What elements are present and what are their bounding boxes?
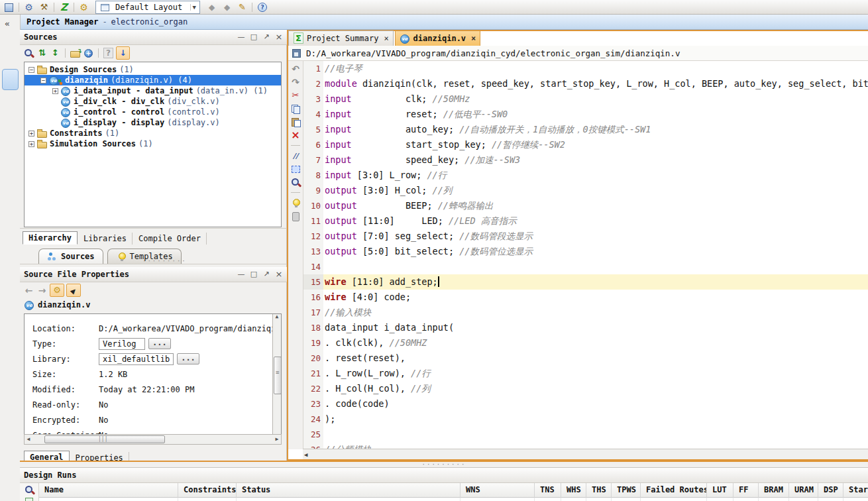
code-line[interactable]: 17//输入模块 xyxy=(303,305,868,320)
code-line[interactable]: 20. reset(reset), xyxy=(303,351,868,366)
property-input[interactable]: xil_defaultlib xyxy=(99,353,174,365)
tree-item[interactable]: +Simulation Sources (1) xyxy=(25,139,281,149)
column-header-tpws[interactable]: TPWS xyxy=(612,483,641,498)
scroll-left-icon[interactable]: ◀ xyxy=(304,451,307,458)
tree-item[interactable]: i_control - control (control.v) xyxy=(25,107,281,117)
expand-all-icon[interactable] xyxy=(50,48,61,58)
close-tab-icon[interactable]: × xyxy=(471,34,476,43)
code-line[interactable]: 8input [3:0] L_row; //行 xyxy=(303,168,868,183)
editor-tab-dianziqin-v[interactable]: dianziqin.v× xyxy=(395,30,481,46)
cut-icon[interactable] xyxy=(290,90,301,101)
plus-expander-icon[interactable]: + xyxy=(52,88,58,94)
app-window-icon[interactable] xyxy=(3,2,15,13)
more-button[interactable]: ... xyxy=(177,353,199,364)
code-line[interactable]: 15wire [11:0] add_step; xyxy=(303,274,868,290)
scrollbar-thumb[interactable] xyxy=(274,357,282,394)
collapse-panel-chevron-icon[interactable]: « xyxy=(5,19,10,28)
feedback-icon[interactable] xyxy=(256,2,268,13)
maximize-icon[interactable] xyxy=(250,270,258,278)
column-header-uram[interactable]: URAM xyxy=(789,483,818,498)
float-icon[interactable] xyxy=(262,270,270,278)
vertical-scrollbar[interactable]: ▲ ▼ xyxy=(272,313,282,441)
close-icon[interactable] xyxy=(275,33,283,41)
forward-icon[interactable] xyxy=(36,285,48,296)
code-line[interactable]: 7input speed_key; //加速--SW3 xyxy=(303,152,868,168)
checkbox-icon[interactable] xyxy=(25,498,33,501)
maximize-icon[interactable] xyxy=(250,33,258,41)
column-header-lut[interactable]: LUT xyxy=(707,483,733,498)
bulb-icon[interactable] xyxy=(290,197,301,208)
column-header-tns[interactable]: TNS xyxy=(535,483,561,498)
tree-item[interactable]: +i_data_input - data_input (data_in.v) (… xyxy=(25,85,281,96)
redo-icon[interactable] xyxy=(290,77,301,87)
tree-item[interactable]: −dianziqin (dianziqin.v) (4) xyxy=(25,75,281,85)
column-header-start[interactable]: Start xyxy=(843,483,868,498)
column-header-name[interactable]: Name xyxy=(39,483,178,498)
code-line[interactable]: 12output [7:0] seg_select; //数码管段选显示 xyxy=(303,229,868,244)
tree-item[interactable]: +Constraints (1) xyxy=(25,128,281,139)
add-sources-icon[interactable] xyxy=(83,48,94,58)
gear-blue-icon[interactable] xyxy=(23,2,34,13)
scroll-up-icon[interactable]: ▲ xyxy=(274,313,280,320)
undo-icon[interactable] xyxy=(290,64,301,74)
code-line[interactable]: 6input start_stop_key; //暂停继续--SW2 xyxy=(303,137,868,152)
collapse-all-icon[interactable] xyxy=(36,48,48,58)
panel-splitter-handle[interactable]: ········· xyxy=(142,258,187,264)
pin-icon[interactable] xyxy=(206,2,217,13)
open-folder-icon[interactable] xyxy=(70,48,81,58)
minimize-icon[interactable] xyxy=(237,270,245,278)
column-header-ff[interactable]: FF xyxy=(733,483,759,498)
tab-sources[interactable]: Sources xyxy=(38,249,103,264)
code-line[interactable]: 14 xyxy=(303,259,868,274)
scroll-left-icon[interactable]: ◀ xyxy=(25,436,32,443)
delete-icon[interactable] xyxy=(290,130,301,140)
code-line[interactable]: 22. H_col(H_col), //列 xyxy=(303,381,868,396)
scroll-right-icon[interactable]: ▶ xyxy=(274,436,280,443)
code-line[interactable]: 9output [3:0] H_col; //列 xyxy=(303,183,868,198)
layout-select[interactable]: Default Layout ▼ xyxy=(95,1,200,14)
tab-hierarchy[interactable]: Hierarchy xyxy=(23,231,78,245)
code-line[interactable]: 16wire [4:0] code; xyxy=(303,290,868,305)
column-header-whs[interactable]: WHS xyxy=(561,483,586,498)
close-tab-icon[interactable]: × xyxy=(384,34,388,43)
horizontal-scrollbar[interactable]: ◀ ▶ xyxy=(24,434,282,445)
search-icon[interactable] xyxy=(23,48,34,58)
chevron-down-icon[interactable]: ▼ xyxy=(190,4,198,11)
close-icon[interactable] xyxy=(275,270,283,278)
properties-icon[interactable] xyxy=(50,284,64,297)
column-header-ths[interactable]: THS xyxy=(586,483,612,498)
column-header-wns[interactable]: WNS xyxy=(461,483,535,498)
editor-tab-project-summary[interactable]: Project Summary× xyxy=(288,30,394,46)
paste-icon[interactable] xyxy=(290,117,301,127)
code-line[interactable]: 11output [11:0] LED; //LED 高音指示 xyxy=(303,213,868,229)
tree-item[interactable]: i_display - display (display.v) xyxy=(25,117,281,128)
wrench-icon[interactable] xyxy=(38,2,50,13)
code-line[interactable]: 13output [5:0] bit_select; //数码管位选显示 xyxy=(303,244,868,259)
code-line[interactable]: 24); xyxy=(303,412,868,427)
code-line[interactable]: 1//电子琴 xyxy=(303,61,868,76)
code-line[interactable]: 18data_input i_data_input( xyxy=(303,320,868,335)
collapsed-panel-tab[interactable] xyxy=(2,69,19,90)
more-button[interactable]: ... xyxy=(148,338,171,349)
plus-expander-icon[interactable]: + xyxy=(28,131,34,137)
tab-compile-order[interactable]: Compile Order xyxy=(133,233,207,245)
code-line[interactable]: 25 xyxy=(303,427,868,442)
column-header-constraints[interactable]: Constraints xyxy=(178,483,237,498)
tree-item[interactable]: i_div_clk - div_clk (div_clk.v) xyxy=(25,96,281,107)
editor-horizontal-scrollbar[interactable]: ◀ xyxy=(303,449,868,459)
column-header-dsp[interactable]: DSP xyxy=(818,483,843,498)
column-header-failed-routes[interactable]: Failed Routes xyxy=(641,483,707,498)
search-icon[interactable] xyxy=(24,484,35,495)
tcl-shell-icon[interactable] xyxy=(58,2,70,13)
code-line[interactable]: 21. L_row(L_row), //行 xyxy=(303,366,868,381)
column-header-status[interactable]: Status xyxy=(237,483,461,498)
help-icon[interactable] xyxy=(103,48,114,58)
task-icon[interactable] xyxy=(290,211,301,221)
float-icon[interactable] xyxy=(262,33,270,41)
scrollbar-thumb[interactable] xyxy=(44,435,165,443)
tree-item[interactable]: −Design Sources (1) xyxy=(25,64,281,75)
code-line[interactable]: 19. clk(clk), //50MHZ xyxy=(303,335,868,351)
minus-expander-icon[interactable]: − xyxy=(40,78,46,84)
back-icon[interactable] xyxy=(23,285,34,296)
code-line[interactable]: 5input auto_key; //自动播放开关，1自动播放，0按键模式--S… xyxy=(303,122,868,137)
